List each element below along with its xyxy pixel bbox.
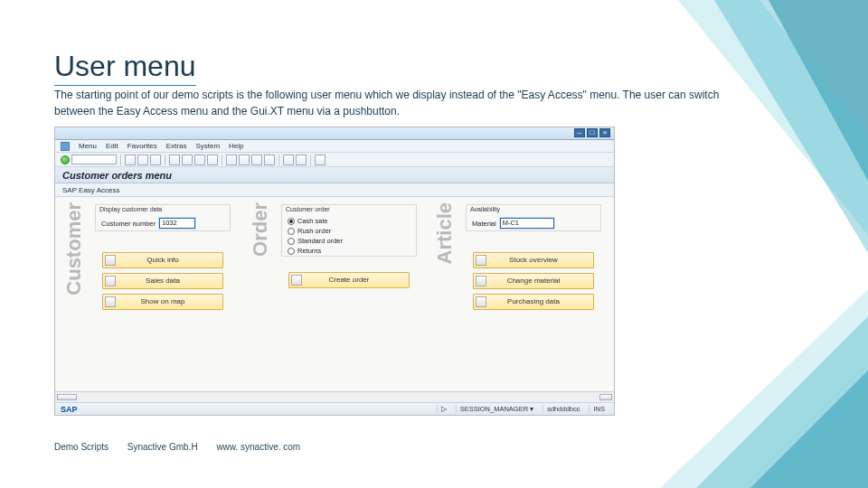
radio-rush-order[interactable] <box>288 228 295 235</box>
decor-triangle-bottom <box>642 289 868 488</box>
toolbar-icon[interactable] <box>239 155 250 165</box>
create-icon <box>291 275 302 286</box>
menu-item[interactable]: Extras <box>166 142 187 150</box>
slide-footer: Demo Scripts Synactive Gmb.H www. synact… <box>54 442 316 452</box>
menu-item[interactable]: Edit <box>106 142 118 150</box>
sap-body: Customer Display customer data Customer … <box>55 197 614 403</box>
sap-menubar: Menu Edit Favorites Extras System Help <box>55 140 614 153</box>
quick-info-button[interactable]: Quick info <box>102 252 223 268</box>
sap-logo-icon <box>61 142 70 151</box>
menu-item[interactable]: Help <box>229 142 243 150</box>
minimize-button[interactable]: – <box>574 128 585 137</box>
status-ins: INS <box>589 405 609 413</box>
toolbar-icon[interactable] <box>182 155 193 165</box>
purchasing-data-button[interactable]: Purchasing data <box>473 294 594 310</box>
sap-logo: SAP <box>61 405 78 414</box>
panel-availability: Availability Material M-C1 <box>466 204 601 231</box>
menu-item[interactable]: Menu <box>79 142 97 150</box>
column-label-customer: Customer <box>62 202 86 296</box>
stock-overview-button[interactable]: Stock overview <box>473 252 594 268</box>
panel-customer-order: Customer order Cash sale Rush order Stan… <box>281 204 417 257</box>
purchase-icon <box>476 296 486 307</box>
command-field[interactable] <box>71 155 117 164</box>
radio-standard-order[interactable] <box>288 238 295 245</box>
toolbar-icon[interactable] <box>150 155 161 165</box>
slide-description: The starting point of our demo scripts i… <box>54 87 723 119</box>
customer-number-input[interactable]: 1032 <box>159 218 195 229</box>
enter-icon[interactable] <box>61 155 70 164</box>
panel-heading: Customer order <box>282 205 416 216</box>
close-button[interactable]: × <box>599 128 610 137</box>
menu-item[interactable]: System <box>195 142 220 150</box>
horizontal-scrollbar[interactable] <box>55 391 614 402</box>
toolbar-icon[interactable] <box>137 155 148 165</box>
toolbar-icon[interactable] <box>315 155 326 165</box>
show-map-button[interactable]: Show on map <box>102 294 223 310</box>
edit-icon <box>476 276 486 286</box>
sap-toolbar <box>55 153 614 167</box>
radio-returns[interactable] <box>288 248 295 255</box>
toolbar-icon[interactable] <box>251 155 262 165</box>
decor-triangle-top <box>642 0 868 253</box>
toolbar-icon[interactable] <box>283 155 294 165</box>
list-icon <box>105 276 116 286</box>
panel-customer-data: Display customer data Customer number 10… <box>95 204 231 231</box>
stock-icon <box>476 255 486 266</box>
status-session[interactable]: SESSION_MANAGER ▾ <box>456 405 538 413</box>
toolbar-icon[interactable] <box>194 155 205 165</box>
toolbar-icon[interactable] <box>125 155 136 165</box>
panel-heading: Availability <box>467 205 600 216</box>
sap-window: – □ × Menu Edit Favorites Extras System … <box>54 127 615 416</box>
material-label: Material <box>472 220 496 228</box>
sales-data-button[interactable]: Sales data <box>102 273 223 289</box>
info-icon <box>105 255 116 266</box>
material-input[interactable]: M-C1 <box>500 218 554 229</box>
footer-item: Synactive Gmb.H <box>127 442 198 452</box>
toolbar-icon[interactable] <box>264 155 275 165</box>
create-order-button[interactable]: Create order <box>288 272 410 288</box>
column-label-article: Article <box>433 202 457 264</box>
map-icon <box>105 296 116 307</box>
panel-heading: Display customer data <box>96 205 230 216</box>
sap-screen-title: Customer orders menu <box>55 167 614 183</box>
svg-marker-5 <box>660 289 868 488</box>
column-label-order: Order <box>249 202 272 257</box>
toolbar-icon[interactable] <box>169 155 180 165</box>
sap-titlebar: – □ × <box>55 127 614 140</box>
slide-title: User menu <box>54 50 196 86</box>
footer-item: Demo Scripts <box>54 442 108 452</box>
sap-subtoolbar[interactable]: SAP Easy Access <box>55 183 614 197</box>
status-item[interactable]: ▷ <box>437 405 450 413</box>
footer-item: www. synactive. com <box>216 442 300 452</box>
radio-cash-sale[interactable] <box>288 218 295 225</box>
toolbar-icon[interactable] <box>207 155 218 165</box>
status-system: sdhdddbcc <box>542 405 583 413</box>
maximize-button[interactable]: □ <box>587 128 598 137</box>
customer-number-label: Customer number <box>101 220 156 228</box>
change-material-button[interactable]: Change material <box>473 273 594 289</box>
toolbar-icon[interactable] <box>226 155 237 165</box>
menu-item[interactable]: Favorites <box>127 142 157 150</box>
toolbar-icon[interactable] <box>296 155 307 165</box>
sap-statusbar: SAP ▷ SESSION_MANAGER ▾ sdhdddbcc INS <box>55 402 614 415</box>
